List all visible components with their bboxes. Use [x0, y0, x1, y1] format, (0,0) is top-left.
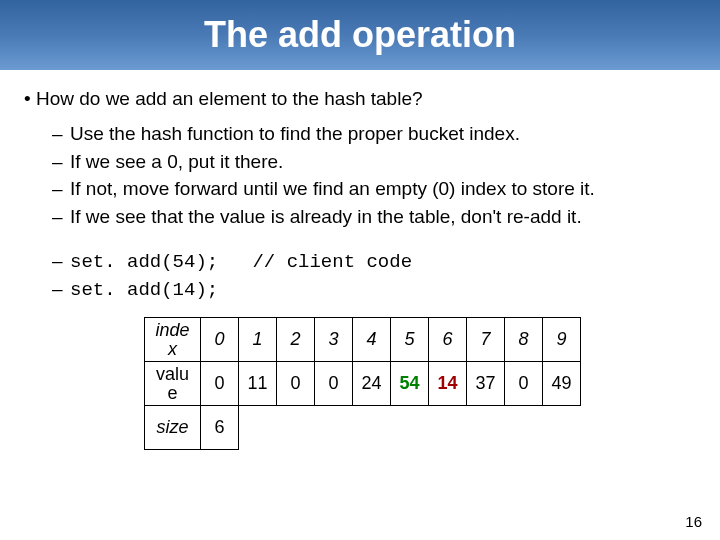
index-cell: 8 [505, 318, 543, 362]
value-cell: 0 [201, 362, 239, 406]
step-item: –If we see a 0, put it there. [52, 148, 696, 176]
index-cell: 7 [467, 318, 505, 362]
code-block: –set. add(54); // client code –set. add(… [52, 248, 696, 303]
index-label: inde x [145, 318, 201, 362]
code-text: set. add(14); [70, 279, 218, 301]
value-cell: 37 [467, 362, 505, 406]
value-cell: 11 [239, 362, 277, 406]
value-cell: 49 [543, 362, 581, 406]
code-line: –set. add(14); [52, 276, 696, 304]
slide-title: The add operation [204, 14, 516, 56]
value-row: valu e 0 11 0 0 24 54 14 37 0 49 [145, 362, 581, 406]
step-text: If not, move forward until we find an em… [70, 178, 595, 199]
step-item: –If we see that the value is already in … [52, 203, 696, 231]
value-cell: 0 [315, 362, 353, 406]
value-cell-highlight: 54 [391, 362, 429, 406]
code-comment: // client code [252, 251, 412, 273]
size-row: size 6 [145, 406, 581, 450]
size-label: size [145, 406, 201, 450]
step-text: If we see that the value is already in t… [70, 206, 582, 227]
code-line: –set. add(54); // client code [52, 248, 696, 276]
step-text: If we see a 0, put it there. [70, 151, 283, 172]
index-row: inde x 0 1 2 3 4 5 6 7 8 9 [145, 318, 581, 362]
step-item: –If not, move forward until we find an e… [52, 175, 696, 203]
index-cell: 4 [353, 318, 391, 362]
step-text: Use the hash function to find the proper… [70, 123, 520, 144]
index-cell: 5 [391, 318, 429, 362]
hash-table-grid: inde x 0 1 2 3 4 5 6 7 8 9 valu e 0 11 0… [144, 317, 581, 450]
value-cell: 0 [505, 362, 543, 406]
index-cell: 0 [201, 318, 239, 362]
index-cell: 2 [277, 318, 315, 362]
page-number: 16 [685, 513, 702, 530]
slide-content: • How do we add an element to the hash t… [0, 70, 720, 450]
step-list: –Use the hash function to find the prope… [52, 120, 696, 230]
main-question: • How do we add an element to the hash t… [24, 88, 696, 110]
index-cell: 1 [239, 318, 277, 362]
value-cell: 0 [277, 362, 315, 406]
value-label: valu e [145, 362, 201, 406]
empty-cell [239, 406, 581, 450]
index-cell: 6 [429, 318, 467, 362]
index-cell: 9 [543, 318, 581, 362]
hash-table: inde x 0 1 2 3 4 5 6 7 8 9 valu e 0 11 0… [144, 317, 696, 450]
step-item: –Use the hash function to find the prope… [52, 120, 696, 148]
index-cell: 3 [315, 318, 353, 362]
title-bar: The add operation [0, 0, 720, 70]
code-text: set. add(54); [70, 251, 218, 273]
value-cell: 24 [353, 362, 391, 406]
value-cell-highlight: 14 [429, 362, 467, 406]
size-cell: 6 [201, 406, 239, 450]
